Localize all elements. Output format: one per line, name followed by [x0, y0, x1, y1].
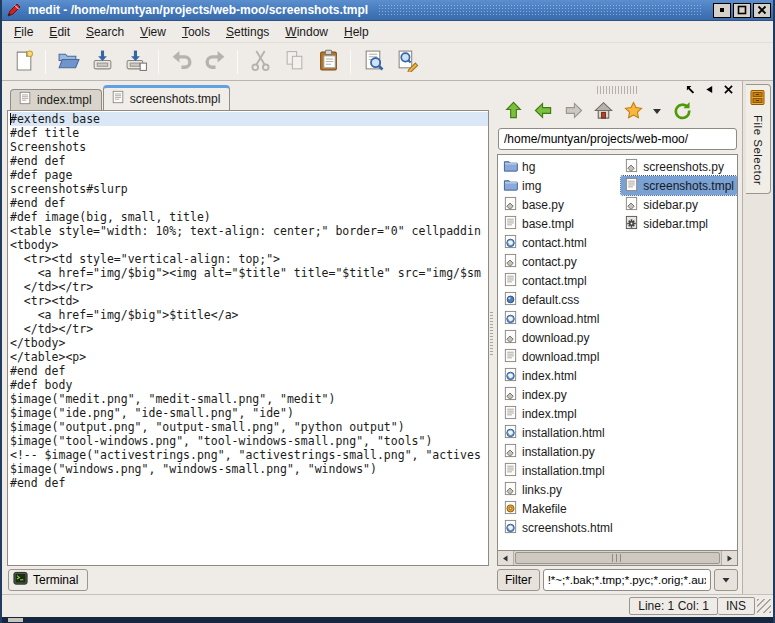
file-item-base-py[interactable]: base.py [500, 195, 621, 214]
toolbar-separator [158, 50, 159, 74]
save-as-button[interactable] [119, 47, 153, 77]
find-button[interactable] [356, 47, 390, 77]
filter-toggle-button[interactable]: Filter [497, 569, 540, 591]
bookmarks-menu-button[interactable] [650, 99, 664, 125]
menu-view[interactable]: View [132, 22, 174, 42]
refresh-button[interactable] [668, 99, 694, 125]
file-item-download-tmpl[interactable]: download.tmpl [500, 347, 621, 366]
scroll-left-icon[interactable] [498, 551, 514, 565]
menu-edit[interactable]: Edit [41, 22, 78, 42]
tab-index-tmpl[interactable]: index.tmpl [10, 89, 102, 110]
file-item-default-css[interactable]: default.css [500, 290, 621, 309]
back-button[interactable] [530, 99, 556, 125]
code-line-5[interactable]: #def page [10, 168, 488, 182]
file-name: installation.html [522, 426, 605, 440]
code-line-1[interactable]: #extends base [10, 112, 488, 126]
file-item-index-tmpl[interactable]: index.tmpl [500, 404, 621, 423]
file-item-screenshots-py[interactable]: screenshots.py [621, 157, 737, 176]
minimize-button[interactable] [713, 3, 731, 18]
titlebar[interactable]: medit - /home/muntyan/projects/web-moo/s… [2, 0, 773, 21]
file-item-installation-html[interactable]: installation.html [500, 423, 621, 442]
file-item-installation-py[interactable]: installation.py [500, 442, 621, 461]
terminal-button[interactable]: Terminal [8, 569, 88, 591]
code-line-18[interactable]: </table><p> [10, 350, 488, 364]
paste-button[interactable] [311, 47, 345, 77]
code-line-10[interactable]: <tbody> [10, 238, 488, 252]
code-line-25[interactable]: <!-- $image("activestrings.png", "active… [10, 448, 488, 462]
file-item-hg[interactable]: hg [500, 157, 621, 176]
code-line-27[interactable]: #end def [10, 476, 488, 490]
file-list-hscrollbar[interactable] [497, 550, 738, 566]
hide-panel-icon[interactable] [705, 83, 714, 97]
file-item-contact-html[interactable]: contact.html [500, 233, 621, 252]
file-item-Makefile[interactable]: Makefile [500, 499, 621, 518]
resize-grip[interactable] [757, 599, 771, 613]
filter-entry[interactable] [543, 569, 711, 591]
file-name: screenshots.py [643, 160, 724, 174]
open-button[interactable] [51, 47, 85, 77]
code-line-13[interactable]: </td></tr> [10, 280, 488, 294]
menu-search[interactable]: Search [78, 22, 132, 42]
file-item-img[interactable]: img [500, 176, 621, 195]
menu-settings[interactable]: Settings [218, 22, 277, 42]
pane-splitter[interactable] [489, 81, 494, 594]
code-line-9[interactable]: <table style="width: 10%; text-align: ce… [10, 224, 488, 238]
file-item-sidebar-tmpl[interactable]: sidebar.tmpl [621, 214, 737, 233]
hscrollbar-thumb[interactable] [515, 552, 720, 564]
file-item-contact-py[interactable]: contact.py [500, 252, 621, 271]
code-line-14[interactable]: <tr><td> [10, 294, 488, 308]
maximize-button[interactable] [733, 3, 751, 18]
code-line-20[interactable]: #def body [10, 378, 488, 392]
path-entry[interactable] [498, 128, 737, 150]
close-panel-icon[interactable] [724, 83, 733, 97]
code-line-11[interactable]: <tr><td style="vertical-align: top;"> [10, 252, 488, 266]
file-item-screenshots-html[interactable]: screenshots.html [500, 518, 621, 537]
code-line-17[interactable]: </tbody> [10, 336, 488, 350]
code-line-16[interactable]: </td></tr> [10, 322, 488, 336]
file-item-contact-tmpl[interactable]: contact.tmpl [500, 271, 621, 290]
bookmarks-button[interactable] [620, 99, 646, 125]
code-line-3[interactable]: Screenshots [10, 140, 488, 154]
file-selector-tab-label: File Selector [752, 115, 764, 185]
up-button[interactable] [500, 99, 526, 125]
menu-file[interactable]: File [6, 22, 41, 42]
menu-tools[interactable]: Tools [174, 22, 218, 42]
code-line-6[interactable]: screenshots#slurp [10, 182, 488, 196]
code-editor[interactable]: #extends base#def titleScreenshots#end d… [7, 110, 489, 566]
new-document-button[interactable] [6, 47, 40, 77]
panel-drag-handle[interactable] [556, 86, 678, 94]
code-line-21[interactable]: $image("medit.png", "medit-small.png", "… [10, 392, 488, 406]
file-item-installation-tmpl[interactable]: installation.tmpl [500, 461, 621, 480]
scroll-right-icon[interactable] [721, 551, 737, 565]
file-item-download-html[interactable]: download.html [500, 309, 621, 328]
code-line-15[interactable]: <a href="img/$big">$title</a> [10, 308, 488, 322]
file-item-index-html[interactable]: index.html [500, 366, 621, 385]
file-item-download-py[interactable]: download.py [500, 328, 621, 347]
file-item-links-py[interactable]: links.py [500, 480, 621, 499]
code-line-23[interactable]: $image("output.png", "output-small.png",… [10, 420, 488, 434]
code-line-7[interactable]: #end def [10, 196, 488, 210]
replace-button[interactable] [390, 47, 424, 77]
close-button[interactable] [753, 3, 771, 18]
code-line-26[interactable]: $image("windows.png", "windows-small.png… [10, 462, 488, 476]
file-item-screenshots-tmpl[interactable]: screenshots.tmpl [621, 176, 737, 195]
code-line-24[interactable]: $image("tool-windows.png", "tool-windows… [10, 434, 488, 448]
detach-panel-icon[interactable] [686, 83, 695, 97]
file-item-base-tmpl[interactable]: base.tmpl [500, 214, 621, 233]
menu-help[interactable]: Help [336, 22, 377, 42]
code-line-22[interactable]: $image("ide.png", "ide-small.png", "ide"… [10, 406, 488, 420]
tab-screenshots-tmpl[interactable]: screenshots.tmpl [103, 85, 231, 110]
save-button[interactable] [85, 47, 119, 77]
code-line-12[interactable]: <a href="img/$big"><img alt="$title" tit… [10, 266, 488, 280]
file-item-sidebar-py[interactable]: sidebar.py [621, 195, 737, 214]
code-line-8[interactable]: #def image(big, small, title) [10, 210, 488, 224]
code-line-4[interactable]: #end def [10, 154, 488, 168]
file-item-index-py[interactable]: index.py [500, 385, 621, 404]
filter-dropdown-button[interactable] [714, 569, 738, 591]
code-line-2[interactable]: #def title [10, 126, 488, 140]
code-line-19[interactable]: #end def [10, 364, 488, 378]
file-selector-tab[interactable]: File Selector [746, 84, 771, 194]
home-button[interactable] [590, 99, 616, 125]
back-arrow-icon [534, 101, 553, 123]
menu-window[interactable]: Window [277, 22, 336, 42]
